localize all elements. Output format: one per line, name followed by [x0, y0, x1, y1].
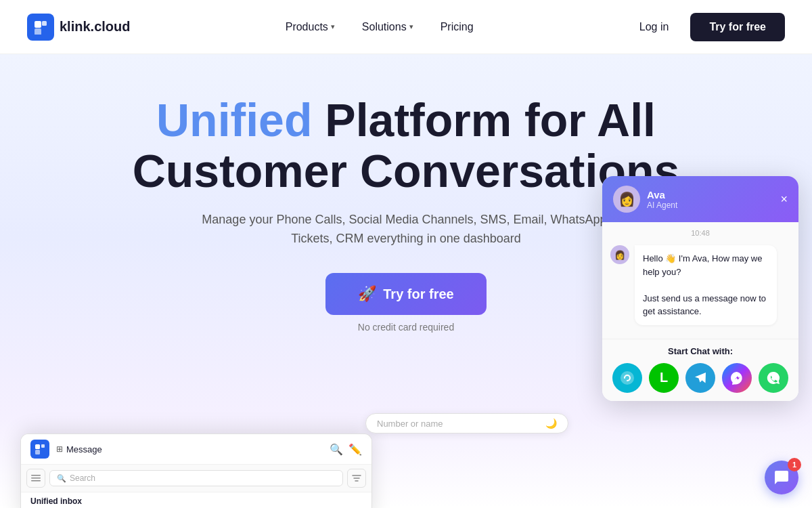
svg-rect-2	[42, 21, 47, 26]
rocket-icon: 🚀	[358, 285, 376, 303]
dash-search-icon[interactable]: 🔍	[330, 443, 343, 456]
hero-cta-label: Try for free	[383, 287, 453, 302]
chat-message-row: 👩 Hello 👋 I'm Ava, How may we help you?J…	[610, 245, 790, 325]
svg-rect-1	[35, 28, 41, 35]
svg-rect-3	[35, 444, 40, 449]
chat-start-section: Start Chat with: L	[602, 339, 798, 401]
try-free-button-hero[interactable]: 🚀 Try for free	[325, 273, 486, 315]
chat-agent-name: Ava	[647, 189, 773, 200]
chat-agent-info: Ava AI Agent	[647, 189, 773, 210]
nav-products-label: Products	[286, 21, 328, 33]
no-cc-label: No credit card required	[358, 322, 454, 333]
login-button[interactable]: Log in	[629, 16, 680, 39]
channel-button-whatsapp[interactable]	[759, 363, 788, 393]
hero-title-highlight: Unified	[156, 94, 312, 146]
chat-start-label: Start Chat with:	[610, 346, 790, 356]
chevron-down-icon: ▾	[409, 22, 413, 31]
channel-button-messenger[interactable]	[722, 363, 752, 393]
svg-point-9	[621, 371, 634, 385]
chat-timestamp: 10:48	[602, 222, 798, 240]
navbar: klink.cloud Products ▾ Solutions ▾ Prici…	[0, 0, 812, 54]
nav-actions: Log in Try for free	[629, 13, 785, 41]
message-tab-icon: ⊞	[56, 444, 63, 454]
logo-text: klink.cloud	[60, 19, 130, 35]
nav-pricing[interactable]: Pricing	[430, 16, 484, 39]
dash-columns-icon[interactable]	[26, 469, 45, 488]
call-input-text[interactable]: Number or name	[377, 419, 539, 429]
chat-header: 👩 Ava AI Agent ×	[602, 176, 798, 222]
dash-filter-icon[interactable]	[347, 469, 366, 488]
chevron-down-icon: ▾	[331, 22, 335, 31]
chat-channels: L	[610, 363, 790, 393]
chat-bubble: Hello 👋 I'm Ava, How may we help you?Jus…	[635, 245, 777, 325]
svg-rect-4	[35, 450, 40, 454]
svg-rect-0	[35, 21, 41, 28]
dash-search-placeholder: Search	[70, 473, 95, 483]
logo[interactable]: klink.cloud	[27, 14, 130, 41]
logo-icon	[27, 14, 54, 41]
nav-pricing-label: Pricing	[441, 21, 474, 33]
try-free-button-nav[interactable]: Try for free	[690, 13, 785, 41]
svg-rect-6	[31, 475, 41, 476]
call-bar: Number or name 🌙	[365, 413, 568, 433]
chat-bubble-fab[interactable]: 1	[765, 461, 798, 494]
chat-avatar: 👩	[613, 186, 640, 213]
nav-products[interactable]: Products ▾	[275, 16, 346, 39]
hero-subtitle: Manage your Phone Calls, Social Media Ch…	[186, 210, 626, 249]
dash-search-input[interactable]: 🔍 Search	[49, 470, 343, 486]
moon-icon: 🌙	[545, 418, 557, 429]
svg-rect-5	[41, 444, 45, 448]
dash-message-tab[interactable]: ⊞ Message	[56, 444, 102, 454]
svg-rect-7	[31, 478, 41, 479]
dash-logo-icon	[30, 440, 49, 459]
dash-inbox-label: Unified inbox	[21, 492, 371, 507]
dash-header: ⊞ Message 🔍 ✏️	[21, 434, 371, 465]
svg-rect-8	[31, 480, 41, 482]
channel-button-line[interactable]: L	[649, 363, 679, 393]
hero-section: Unified Platform for All Customer Conver…	[0, 54, 812, 508]
chat-msg-avatar: 👩	[610, 245, 629, 264]
line-icon: L	[660, 370, 668, 385]
close-icon[interactable]: ×	[780, 192, 788, 207]
dashboard-preview: ⊞ Message 🔍 ✏️ 🔍 Search	[0, 433, 812, 508]
fab-badge: 1	[788, 458, 801, 471]
nav-links: Products ▾ Solutions ▾ Pricing	[275, 16, 484, 39]
dashboard-mockup: ⊞ Message 🔍 ✏️ 🔍 Search	[20, 433, 372, 508]
nav-solutions-label: Solutions	[362, 21, 407, 33]
chat-bubble-text: Hello 👋 I'm Ava, How may we help you?Jus…	[643, 253, 766, 316]
dash-tab-label: Message	[66, 444, 102, 454]
channel-button-telegram[interactable]	[685, 363, 715, 393]
chat-widget: 👩 Ava AI Agent × 10:48 👩 Hello 👋 I'm Ava…	[602, 176, 798, 401]
hero-cta: 🚀 Try for free No credit card required	[325, 273, 486, 333]
dash-edit-icon[interactable]: ✏️	[348, 443, 362, 456]
chat-agent-role: AI Agent	[647, 200, 773, 210]
dash-search-row: 🔍 Search	[21, 465, 371, 492]
chat-messages: 👩 Hello 👋 I'm Ava, How may we help you?J…	[602, 240, 798, 339]
channel-button-c[interactable]	[612, 363, 642, 393]
nav-solutions[interactable]: Solutions ▾	[351, 16, 424, 39]
